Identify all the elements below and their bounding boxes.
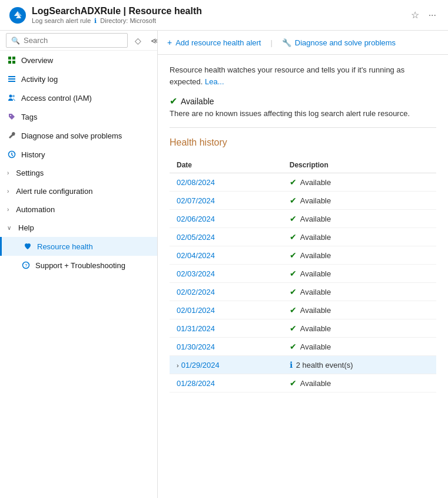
- status-label: Available: [300, 379, 331, 388]
- collapse-icon-btn[interactable]: ◇: [132, 35, 144, 47]
- status-label: Available: [181, 97, 214, 106]
- chevron-right-icon: ›: [7, 188, 9, 194]
- sidebar-item-label: Tags: [21, 113, 37, 121]
- pin-btn[interactable]: ≪: [148, 35, 158, 47]
- table-row[interactable]: 02/06/2024✔Available: [170, 210, 436, 228]
- sidebar-item-support-troubleshooting[interactable]: ? Support + Troubleshooting: [0, 256, 157, 275]
- description-cell: ✔Available: [283, 246, 436, 265]
- health-history-title: Health history: [170, 137, 436, 148]
- table-row[interactable]: 02/02/2024✔Available: [170, 283, 436, 301]
- section-name: Resource health: [129, 6, 202, 16]
- content-area: + Add resource health alert | 🔧 Diagnose…: [158, 31, 448, 498]
- date-value: 01/29/2024: [181, 361, 220, 370]
- table-row[interactable]: 02/01/2024✔Available: [170, 301, 436, 319]
- date-cell: ›01/29/2024: [170, 356, 283, 374]
- sidebar-item-resource-health[interactable]: Resource health: [0, 237, 157, 256]
- main-layout: 🔍 ◇ ≪ Overview Activity log: [0, 31, 448, 498]
- table-row[interactable]: ›01/29/2024ℹ2 health event(s): [170, 356, 436, 374]
- svg-rect-1: [12, 57, 15, 60]
- description-cell: ✔Available: [283, 338, 436, 356]
- sidebar-item-overview[interactable]: Overview: [0, 51, 157, 70]
- chevron-right-icon: ›: [7, 170, 9, 176]
- date-value: 02/08/2024: [177, 178, 215, 187]
- sidebar-item-history[interactable]: History: [0, 145, 157, 164]
- svg-point-7: [9, 95, 12, 98]
- diagnose-solve-button[interactable]: 🔧 Diagnose and solve problems: [282, 36, 396, 50]
- favorite-button[interactable]: ☆: [409, 7, 422, 23]
- sidebar-item-label: Diagnose and solve problems: [21, 131, 122, 140]
- sidebar-item-access-control[interactable]: Access control (IAM): [0, 88, 157, 107]
- learn-more-link[interactable]: Lea...: [205, 77, 224, 86]
- description-cell: ✔Available: [283, 283, 436, 301]
- status-label: Available: [300, 233, 331, 242]
- description-cell: ✔Available: [283, 210, 436, 228]
- check-icon: ✔: [290, 214, 297, 223]
- sidebar-search-row: 🔍 ◇ ≪: [0, 31, 157, 51]
- date-value: 02/05/2024: [177, 233, 215, 242]
- resource-name: LogSearchADXRule: [32, 6, 121, 16]
- status-description: There are no known issues affecting this…: [170, 109, 410, 118]
- description-cell: ✔Available: [283, 301, 436, 319]
- check-icon: ✔: [290, 342, 297, 351]
- table-row[interactable]: 02/08/2024✔Available: [170, 173, 436, 192]
- more-options-button[interactable]: ···: [426, 8, 439, 23]
- wrench-icon: [7, 131, 16, 140]
- sidebar-item-label: Access control (IAM): [21, 94, 92, 103]
- expand-row-button[interactable]: ›: [177, 362, 179, 369]
- status-label: 2 health event(s): [296, 361, 353, 370]
- date-cell: 01/31/2024: [170, 319, 283, 338]
- add-resource-health-alert-button[interactable]: + Add resource health alert: [167, 35, 261, 50]
- description-cell: ✔Available: [283, 374, 436, 393]
- table-row[interactable]: 01/30/2024✔Available: [170, 338, 436, 356]
- search-input-wrap: 🔍: [6, 33, 128, 48]
- table-row[interactable]: 02/07/2024✔Available: [170, 192, 436, 210]
- date-cell: 02/06/2024: [170, 210, 283, 228]
- sidebar-item-diagnose[interactable]: Diagnose and solve problems: [0, 126, 157, 145]
- date-value: 02/07/2024: [177, 196, 215, 205]
- date-cell: 02/02/2024: [170, 283, 283, 301]
- available-icon: ✔: [170, 95, 177, 107]
- sidebar-item-help[interactable]: ∨ Help: [0, 219, 157, 237]
- col-description: Description: [283, 157, 436, 173]
- status-label: Available: [300, 288, 331, 296]
- table-row[interactable]: 02/04/2024✔Available: [170, 246, 436, 265]
- table-row[interactable]: 01/31/2024✔Available: [170, 319, 436, 338]
- toolbar-separator: |: [270, 38, 272, 47]
- status-label: Available: [300, 306, 331, 315]
- sidebar-item-settings[interactable]: › Settings: [0, 164, 157, 182]
- date-cell: 02/03/2024: [170, 265, 283, 283]
- check-icon: ✔: [290, 287, 297, 296]
- sidebar-item-automation[interactable]: › Automation: [0, 200, 157, 219]
- person-group-icon: [7, 93, 16, 103]
- chevron-right-icon: ›: [7, 206, 9, 213]
- table-row[interactable]: 02/05/2024✔Available: [170, 228, 436, 246]
- svg-text:?: ?: [25, 263, 28, 268]
- check-icon: ✔: [290, 232, 297, 242]
- question-icon: ?: [21, 260, 31, 270]
- description-cell: ✔Available: [283, 265, 436, 283]
- content-body: Resource health watches your resource an…: [158, 55, 448, 402]
- content-toolbar: + Add resource health alert | 🔧 Diagnose…: [158, 31, 448, 55]
- sidebar-item-tags[interactable]: Tags: [0, 107, 157, 126]
- table-row[interactable]: 02/03/2024✔Available: [170, 265, 436, 283]
- sidebar-item-alert-rule-config[interactable]: › Alert rule configuration: [0, 182, 157, 200]
- sidebar-item-label: Resource health: [37, 242, 93, 251]
- check-icon: ✔: [290, 378, 297, 388]
- search-icon: 🔍: [11, 37, 20, 45]
- sidebar-item-activity-log[interactable]: Activity log: [0, 70, 157, 88]
- check-icon: ✔: [290, 250, 297, 260]
- sidebar: 🔍 ◇ ≪ Overview Activity log: [0, 31, 158, 498]
- check-icon: ✔: [290, 324, 297, 333]
- table-row[interactable]: 01/28/2024✔Available: [170, 374, 436, 393]
- svg-rect-4: [8, 76, 15, 77]
- svg-point-8: [12, 95, 15, 97]
- header-title-block: LogSearchADXRule | Resource health Log s…: [32, 6, 409, 25]
- search-input[interactable]: [24, 36, 122, 45]
- directory-label: Directory: Microsoft: [100, 17, 156, 24]
- diagnose-icon: 🔧: [282, 38, 291, 47]
- date-value: 02/02/2024: [177, 288, 215, 296]
- diagnose-label: Diagnose and solve problems: [295, 38, 396, 47]
- status-label: Available: [300, 251, 331, 260]
- date-cell: 02/08/2024: [170, 173, 283, 192]
- date-cell: 02/07/2024: [170, 192, 283, 210]
